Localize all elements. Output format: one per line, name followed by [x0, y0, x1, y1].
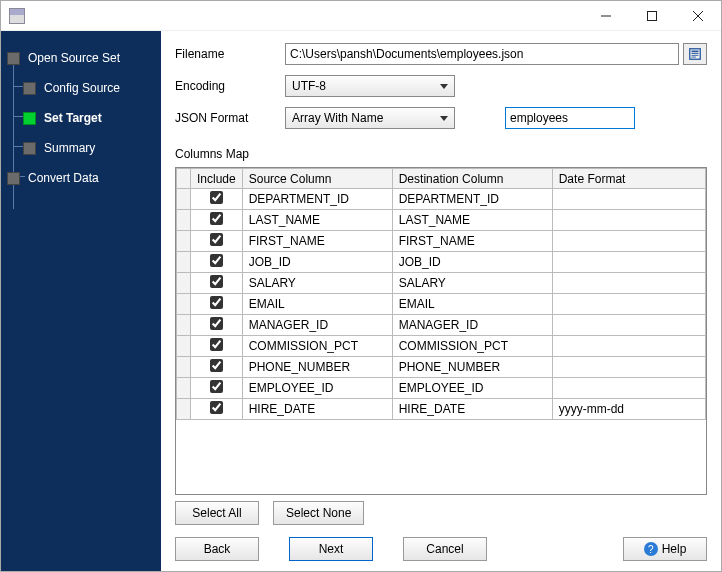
- table-row[interactable]: PHONE_NUMBERPHONE_NUMBER: [177, 357, 706, 378]
- row-header[interactable]: [177, 189, 191, 210]
- destination-column-cell[interactable]: COMMISSION_PCT: [392, 336, 552, 357]
- source-column-cell[interactable]: EMAIL: [242, 294, 392, 315]
- col-header-dest[interactable]: Destination Column: [392, 169, 552, 189]
- col-header-include[interactable]: Include: [191, 169, 243, 189]
- include-cell[interactable]: [191, 357, 243, 378]
- cancel-button[interactable]: Cancel: [403, 537, 487, 561]
- destination-column-cell[interactable]: HIRE_DATE: [392, 399, 552, 420]
- include-checkbox[interactable]: [210, 401, 223, 414]
- json-format-select[interactable]: Array With Name: [285, 107, 455, 129]
- select-none-button[interactable]: Select None: [273, 501, 364, 525]
- destination-column-cell[interactable]: JOB_ID: [392, 252, 552, 273]
- date-format-cell[interactable]: [552, 294, 705, 315]
- destination-column-cell[interactable]: PHONE_NUMBER: [392, 357, 552, 378]
- row-header[interactable]: [177, 252, 191, 273]
- table-row[interactable]: FIRST_NAMEFIRST_NAME: [177, 231, 706, 252]
- step-open-source-set[interactable]: Open Source Set: [1, 43, 161, 73]
- help-button[interactable]: ? Help: [623, 537, 707, 561]
- filename-input[interactable]: [285, 43, 679, 65]
- date-format-cell[interactable]: [552, 210, 705, 231]
- date-format-cell[interactable]: [552, 273, 705, 294]
- col-header-source[interactable]: Source Column: [242, 169, 392, 189]
- date-format-cell[interactable]: [552, 378, 705, 399]
- select-all-button[interactable]: Select All: [175, 501, 259, 525]
- source-column-cell[interactable]: SALARY: [242, 273, 392, 294]
- source-column-cell[interactable]: MANAGER_ID: [242, 315, 392, 336]
- columns-map-grid[interactable]: Include Source Column Destination Column…: [175, 167, 707, 495]
- include-cell[interactable]: [191, 189, 243, 210]
- include-checkbox[interactable]: [210, 275, 223, 288]
- include-cell[interactable]: [191, 378, 243, 399]
- table-row[interactable]: EMAILEMAIL: [177, 294, 706, 315]
- source-column-cell[interactable]: PHONE_NUMBER: [242, 357, 392, 378]
- include-cell[interactable]: [191, 273, 243, 294]
- date-format-cell[interactable]: [552, 252, 705, 273]
- include-checkbox[interactable]: [210, 212, 223, 225]
- encoding-select[interactable]: UTF-8: [285, 75, 455, 97]
- row-header[interactable]: [177, 378, 191, 399]
- step-convert-data[interactable]: Convert Data: [1, 163, 161, 193]
- destination-column-cell[interactable]: EMPLOYEE_ID: [392, 378, 552, 399]
- maximize-button[interactable]: [629, 1, 675, 30]
- include-checkbox[interactable]: [210, 338, 223, 351]
- row-header[interactable]: [177, 210, 191, 231]
- row-header[interactable]: [177, 357, 191, 378]
- include-checkbox[interactable]: [210, 254, 223, 267]
- include-checkbox[interactable]: [210, 359, 223, 372]
- include-cell[interactable]: [191, 315, 243, 336]
- date-format-cell[interactable]: [552, 357, 705, 378]
- include-checkbox[interactable]: [210, 191, 223, 204]
- table-row[interactable]: DEPARTMENT_IDDEPARTMENT_ID: [177, 189, 706, 210]
- source-column-cell[interactable]: HIRE_DATE: [242, 399, 392, 420]
- row-header[interactable]: [177, 273, 191, 294]
- date-format-cell[interactable]: [552, 315, 705, 336]
- source-column-cell[interactable]: FIRST_NAME: [242, 231, 392, 252]
- array-name-input[interactable]: [505, 107, 635, 129]
- table-row[interactable]: LAST_NAMELAST_NAME: [177, 210, 706, 231]
- step-set-target[interactable]: Set Target: [1, 103, 161, 133]
- step-config-source[interactable]: Config Source: [1, 73, 161, 103]
- table-row[interactable]: EMPLOYEE_IDEMPLOYEE_ID: [177, 378, 706, 399]
- include-checkbox[interactable]: [210, 317, 223, 330]
- source-column-cell[interactable]: EMPLOYEE_ID: [242, 378, 392, 399]
- include-cell[interactable]: [191, 294, 243, 315]
- include-cell[interactable]: [191, 231, 243, 252]
- destination-column-cell[interactable]: LAST_NAME: [392, 210, 552, 231]
- next-button[interactable]: Next: [289, 537, 373, 561]
- include-checkbox[interactable]: [210, 233, 223, 246]
- destination-column-cell[interactable]: DEPARTMENT_ID: [392, 189, 552, 210]
- destination-column-cell[interactable]: EMAIL: [392, 294, 552, 315]
- date-format-cell[interactable]: [552, 231, 705, 252]
- step-summary[interactable]: Summary: [1, 133, 161, 163]
- col-header-datefmt[interactable]: Date Format: [552, 169, 705, 189]
- destination-column-cell[interactable]: FIRST_NAME: [392, 231, 552, 252]
- row-header[interactable]: [177, 315, 191, 336]
- include-checkbox[interactable]: [210, 296, 223, 309]
- row-header[interactable]: [177, 294, 191, 315]
- table-row[interactable]: HIRE_DATEHIRE_DATEyyyy-mm-dd: [177, 399, 706, 420]
- include-cell[interactable]: [191, 399, 243, 420]
- include-cell[interactable]: [191, 336, 243, 357]
- row-header[interactable]: [177, 399, 191, 420]
- date-format-cell[interactable]: yyyy-mm-dd: [552, 399, 705, 420]
- close-button[interactable]: [675, 1, 721, 30]
- date-format-cell[interactable]: [552, 189, 705, 210]
- back-button[interactable]: Back: [175, 537, 259, 561]
- include-checkbox[interactable]: [210, 380, 223, 393]
- include-cell[interactable]: [191, 252, 243, 273]
- destination-column-cell[interactable]: SALARY: [392, 273, 552, 294]
- table-row[interactable]: SALARYSALARY: [177, 273, 706, 294]
- source-column-cell[interactable]: COMMISSION_PCT: [242, 336, 392, 357]
- row-header[interactable]: [177, 336, 191, 357]
- source-column-cell[interactable]: LAST_NAME: [242, 210, 392, 231]
- row-header[interactable]: [177, 231, 191, 252]
- table-row[interactable]: MANAGER_IDMANAGER_ID: [177, 315, 706, 336]
- date-format-cell[interactable]: [552, 336, 705, 357]
- table-row[interactable]: JOB_IDJOB_ID: [177, 252, 706, 273]
- destination-column-cell[interactable]: MANAGER_ID: [392, 315, 552, 336]
- source-column-cell[interactable]: JOB_ID: [242, 252, 392, 273]
- minimize-button[interactable]: [583, 1, 629, 30]
- browse-button[interactable]: [683, 43, 707, 65]
- include-cell[interactable]: [191, 210, 243, 231]
- table-row[interactable]: COMMISSION_PCTCOMMISSION_PCT: [177, 336, 706, 357]
